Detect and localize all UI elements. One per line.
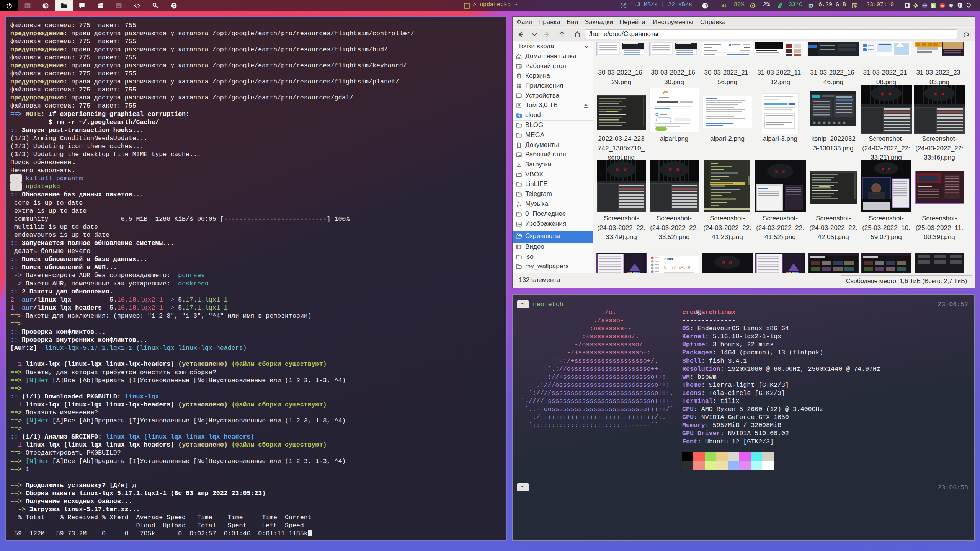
svg-text:70: 70	[671, 265, 676, 269]
svg-text:0: 0	[664, 265, 666, 269]
svg-text:✕: ✕	[881, 167, 884, 171]
svg-text:Audit: Audit	[664, 257, 673, 261]
svg-text:✕: ✕	[887, 167, 890, 171]
svg-text:245: 245	[679, 265, 686, 269]
svg-text:✕: ✕	[722, 260, 725, 265]
svg-text:✕: ✕	[668, 167, 672, 173]
svg-text:✕: ✕	[781, 169, 785, 174]
svg-text:✕: ✕	[888, 91, 892, 97]
svg-text:✕: ✕	[615, 167, 619, 173]
svg-text:0: 0	[688, 265, 690, 269]
svg-text:✕: ✕	[880, 91, 884, 97]
svg-text:✕: ✕	[941, 91, 945, 97]
svg-text:✕: ✕	[774, 169, 778, 174]
svg-text:✕: ✕	[728, 260, 732, 265]
svg-text:✕: ✕	[933, 91, 938, 97]
svg-text:M: M	[941, 4, 944, 8]
svg-text:✕: ✕	[623, 167, 627, 173]
svg-text:✕: ✕	[676, 167, 680, 173]
